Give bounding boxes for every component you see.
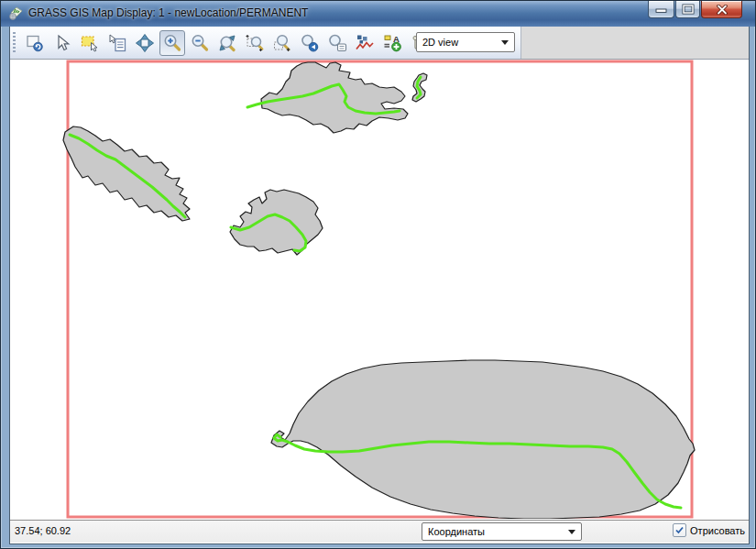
grass-gis-logo-icon bbox=[7, 5, 24, 22]
title-bar[interactable]: GRASS GIS Map Display: 1 - newLocation/P… bbox=[1, 1, 755, 27]
analyze-map-icon bbox=[355, 33, 375, 53]
coordinate-readout: 37.54; 60.92 bbox=[15, 525, 71, 536]
status-bar: 37.54; 60.92 Координаты Отрисовать bbox=[10, 521, 749, 543]
grass-map-display-window: GRASS GIS Map Display: 1 - newLocation/P… bbox=[0, 0, 756, 549]
window-frame-bottom bbox=[1, 542, 755, 548]
render-map-icon bbox=[25, 33, 45, 53]
render-map-button[interactable] bbox=[22, 30, 48, 56]
close-icon bbox=[716, 5, 729, 15]
set-region-icon bbox=[272, 33, 292, 53]
pointer-icon bbox=[52, 33, 72, 53]
central-island-polygon bbox=[230, 190, 323, 255]
maximize-button[interactable] bbox=[675, 1, 700, 18]
checkmark-icon bbox=[674, 525, 685, 535]
select-region-button[interactable] bbox=[77, 30, 103, 56]
map-svg bbox=[10, 60, 749, 519]
zoom-in-icon bbox=[162, 33, 182, 53]
chevron-down-icon bbox=[568, 530, 575, 534]
set-region-button[interactable] bbox=[269, 30, 295, 56]
query-display-button[interactable] bbox=[104, 30, 130, 56]
render-checkbox[interactable] bbox=[673, 523, 686, 537]
zoom-region-icon bbox=[245, 33, 265, 53]
select-region-icon bbox=[80, 33, 100, 53]
map-display-content: A 2D view bbox=[9, 27, 750, 544]
south-island-polygon bbox=[271, 360, 695, 519]
zoom-options-icon bbox=[327, 33, 347, 53]
zoom-out-button[interactable] bbox=[187, 30, 213, 56]
close-button[interactable] bbox=[701, 1, 742, 18]
pointer-button[interactable] bbox=[49, 30, 75, 56]
add-overlay-icon: A bbox=[382, 33, 402, 53]
map-canvas[interactable] bbox=[10, 60, 749, 521]
view-mode-value: 2D view bbox=[422, 37, 458, 48]
pan-button[interactable] bbox=[132, 30, 158, 56]
maximize-icon bbox=[682, 4, 695, 15]
zoom-extent-icon bbox=[217, 33, 237, 53]
window-title: GRASS GIS Map Display: 1 - newLocation/P… bbox=[28, 6, 308, 19]
analyze-map-button[interactable] bbox=[352, 30, 378, 56]
zoom-back-button[interactable] bbox=[297, 30, 323, 56]
minimize-icon bbox=[655, 5, 667, 14]
zoom-back-icon bbox=[300, 33, 320, 53]
pan-icon bbox=[135, 33, 155, 53]
add-overlay-button[interactable]: A bbox=[379, 30, 405, 56]
render-checkbox-label: Отрисовать bbox=[690, 525, 745, 536]
toolbar-grip-handle[interactable] bbox=[13, 32, 16, 54]
zoom-options-button[interactable] bbox=[324, 30, 350, 56]
query-display-icon bbox=[107, 33, 127, 53]
minimize-button[interactable] bbox=[648, 1, 674, 18]
statusbar-mode-dropdown[interactable]: Координаты bbox=[422, 522, 582, 541]
zoom-out-icon bbox=[190, 33, 210, 53]
north-island-polygon bbox=[261, 62, 408, 133]
statusbar-mode-value: Координаты bbox=[428, 526, 485, 537]
zoom-extent-button[interactable] bbox=[214, 30, 240, 56]
map-toolbar: A 2D view bbox=[10, 27, 749, 60]
zoom-in-button[interactable] bbox=[159, 30, 185, 56]
chevron-down-icon bbox=[501, 40, 509, 45]
view-mode-dropdown[interactable]: 2D view bbox=[416, 32, 515, 52]
zoom-region-button[interactable] bbox=[242, 30, 268, 56]
